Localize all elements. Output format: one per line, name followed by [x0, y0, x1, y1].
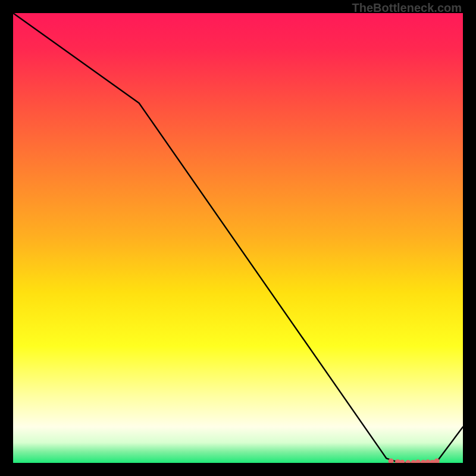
chart-stage: TheBottleneck.com — [0, 0, 476, 476]
plot-area — [13, 13, 463, 463]
gradient-background — [13, 13, 463, 463]
chart-svg — [13, 13, 463, 463]
